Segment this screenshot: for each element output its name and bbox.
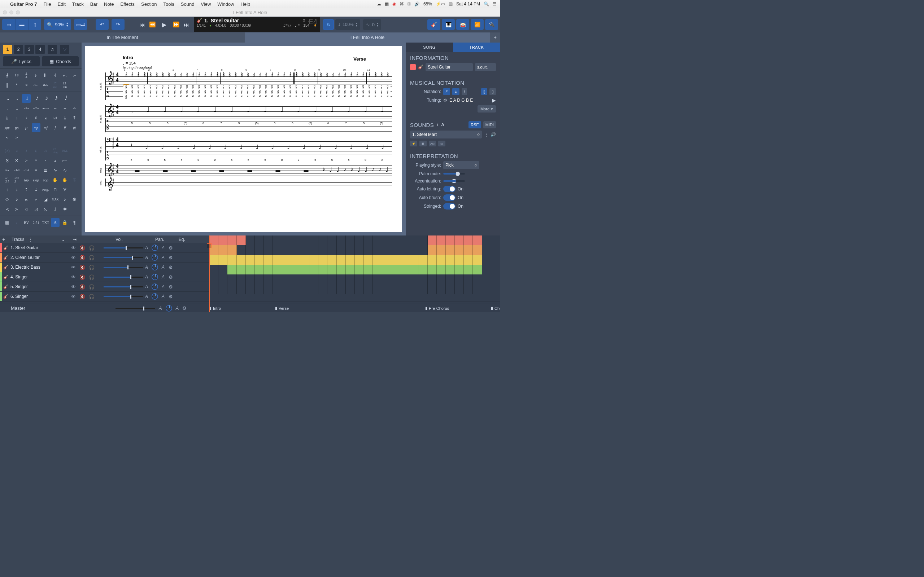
add-track-button[interactable]: + bbox=[2, 237, 8, 242]
pan-auto-button[interactable]: A bbox=[160, 265, 166, 270]
view-vertical-button[interactable]: ▯ bbox=[28, 19, 41, 30]
solo-icon[interactable]: 🎧 bbox=[89, 265, 95, 270]
max-button[interactable]: MAX bbox=[51, 195, 60, 204]
play-tuning-button[interactable]: ▶ bbox=[492, 97, 496, 103]
15mb-button[interactable]: 15mb bbox=[61, 81, 69, 89]
stringed-toggle[interactable] bbox=[443, 203, 456, 210]
upstroke-button[interactable]: ↑ bbox=[3, 185, 11, 194]
section-marker[interactable]: ▮ Intro bbox=[209, 306, 221, 311]
menu-edit[interactable]: Edit bbox=[57, 2, 65, 7]
ending-close-button[interactable]: ⌐. bbox=[61, 71, 69, 80]
menu-extras-icon[interactable]: ☰ bbox=[493, 2, 497, 6]
bluetooth-icon[interactable]: ⌘ bbox=[399, 2, 404, 6]
menu-file[interactable]: File bbox=[43, 2, 51, 7]
slash-button[interactable]: / bbox=[13, 218, 21, 227]
view-screen-button[interactable]: ▬ bbox=[15, 19, 28, 30]
volume-slider[interactable] bbox=[103, 276, 143, 279]
clock[interactable]: Sat 4:14 PM bbox=[456, 2, 480, 6]
eq-button[interactable]: ⚙ bbox=[166, 255, 175, 260]
pedal-icon[interactable]: ▣ bbox=[419, 141, 426, 147]
pop-button[interactable]: pop bbox=[42, 176, 50, 184]
menu-section[interactable]: Section bbox=[141, 2, 157, 7]
accentuation-slider[interactable] bbox=[443, 180, 465, 182]
vol-auto-button[interactable]: A bbox=[143, 255, 150, 260]
undo-button[interactable]: ↶ bbox=[96, 19, 109, 30]
pan-knob[interactable] bbox=[150, 293, 160, 300]
voice-2-button[interactable]: 2 bbox=[14, 45, 23, 54]
playback-speed[interactable]: ♩ 100% ▴▾ bbox=[335, 19, 360, 30]
dot-button[interactable]: . bbox=[3, 104, 11, 113]
menu-bar[interactable]: Bar bbox=[90, 2, 97, 7]
tab-track[interactable]: TRACK bbox=[453, 43, 500, 52]
ppp-button[interactable]: ppp bbox=[3, 123, 11, 132]
trem-button[interactable]: ≡ bbox=[32, 166, 40, 174]
ref-note-button[interactable]: ♩ bbox=[51, 205, 60, 213]
go-end-button[interactable]: ⏭ bbox=[181, 20, 191, 29]
eq-button[interactable]: ⚙ bbox=[166, 245, 175, 251]
palm-mute-button[interactable]: P.M. bbox=[61, 147, 69, 155]
slur-button[interactable]: ⌢ bbox=[61, 104, 69, 113]
bv-button[interactable]: BV bbox=[22, 218, 31, 227]
star-note-button[interactable]: ✱ bbox=[61, 205, 69, 213]
eq-button[interactable]: ⚙ bbox=[166, 294, 175, 299]
staff-elec-guitar[interactable]: 𝄞 ♯♯♯♯ 44 𝄽♩♩♩♩♩♩♩♩♩♩♩♩♩♩♩ bbox=[105, 105, 392, 117]
beam-notes-button[interactable]: ♫ bbox=[42, 147, 50, 155]
double-flat-button[interactable]: 𝄫 bbox=[3, 114, 11, 122]
lock-button[interactable]: 🔒 bbox=[61, 218, 69, 227]
shift-down-button[interactable]: ⤓ bbox=[61, 114, 69, 122]
section-marker[interactable]: ▮ Verse bbox=[275, 306, 289, 311]
wifi-icon[interactable]: ◉⃝ bbox=[407, 2, 411, 6]
solo-icon[interactable]: 🎧 bbox=[89, 284, 95, 290]
tab-staff-elec-guitar[interactable]: TAB 555(5)675(5)55(5)675(5) bbox=[105, 118, 392, 132]
go-start-button[interactable]: ⏮ bbox=[137, 20, 147, 29]
special-button[interactable]: ❋ bbox=[70, 195, 79, 204]
tab-i-fell-into-a-hole[interactable]: I Fell Into A Hole bbox=[245, 32, 490, 43]
panel-in-icon[interactable]: ⇥ bbox=[73, 237, 76, 242]
crescendo-button[interactable]: ＜ bbox=[3, 133, 11, 142]
15ma-button[interactable]: 15ma bbox=[51, 81, 60, 89]
more-button[interactable]: More ▾ bbox=[478, 105, 496, 113]
gear-icon[interactable]: ⚙ bbox=[443, 98, 447, 103]
half-note-button[interactable]: 𝅗𝅥 bbox=[13, 94, 21, 103]
volume-slider[interactable] bbox=[103, 285, 143, 288]
txt-button[interactable]: TXT bbox=[42, 218, 50, 227]
current-track-display[interactable]: 🎸 1. Steel Guitar ⧗ ▲ ⋮ 1/141 ●4.0:4.0 0… bbox=[194, 17, 320, 32]
menu-window[interactable]: Window bbox=[217, 2, 234, 7]
app-name[interactable]: Guitar Pro 7 bbox=[10, 2, 37, 7]
slap-button[interactable]: slap bbox=[32, 176, 40, 184]
rse-button[interactable]: RSE bbox=[468, 121, 481, 128]
plugin-button[interactable]: 🔌 bbox=[485, 19, 498, 30]
play-button[interactable]: ▶ bbox=[158, 18, 171, 31]
chord-grid-button[interactable]: ▦ bbox=[3, 218, 11, 227]
vol-auto-button[interactable]: A bbox=[143, 274, 150, 279]
fade-in-button[interactable]: ◿ bbox=[32, 205, 40, 213]
heavy-accent-button[interactable]: ^ bbox=[32, 156, 40, 165]
staff-bracket-button[interactable]: ⟦ bbox=[481, 88, 487, 95]
score-page[interactable]: Intro ♩ = 154 let ring throughout Verse … bbox=[85, 46, 402, 232]
add-tab-button[interactable]: + bbox=[490, 32, 500, 43]
brush-down-button[interactable]: ⇣ bbox=[32, 185, 40, 194]
sixtyfourth-note-button[interactable]: 𝅘𝅥𝅱 bbox=[61, 94, 69, 103]
quarter-note-button[interactable]: 𝅘𝅥 bbox=[22, 94, 31, 103]
ghost-note-button[interactable]: (♪) bbox=[3, 147, 11, 155]
cloud-icon[interactable]: ☁ bbox=[377, 2, 381, 6]
grid-icon[interactable]: ▦ bbox=[385, 2, 389, 6]
vol-auto-button[interactable]: A bbox=[143, 265, 150, 270]
volume-slider[interactable] bbox=[103, 256, 143, 259]
tie-button[interactable]: ⌣ bbox=[51, 104, 60, 113]
visible-icon[interactable]: 👁 bbox=[71, 265, 76, 270]
search-icon[interactable]: 🔍 bbox=[484, 2, 489, 6]
pan-knob[interactable] bbox=[150, 284, 160, 290]
vol-auto-button[interactable]: A bbox=[143, 284, 150, 289]
pan-auto-button[interactable]: A bbox=[160, 255, 166, 260]
ending-dot-button[interactable]: .⌐ bbox=[70, 71, 79, 80]
volume-slider[interactable] bbox=[103, 295, 143, 298]
fx-icon[interactable]: ⚡ bbox=[410, 141, 417, 147]
track-color-swatch[interactable] bbox=[410, 64, 416, 70]
chords-button[interactable]: ▦ Chords bbox=[42, 56, 79, 66]
pan-auto-button[interactable]: A bbox=[160, 274, 166, 279]
pan-auto-button[interactable]: A bbox=[160, 245, 166, 250]
sound-mute-icon[interactable]: 🔊 bbox=[491, 132, 496, 137]
calendar-icon[interactable]: ▥ bbox=[449, 2, 452, 6]
eq-button[interactable]: ⚙ bbox=[166, 265, 175, 270]
